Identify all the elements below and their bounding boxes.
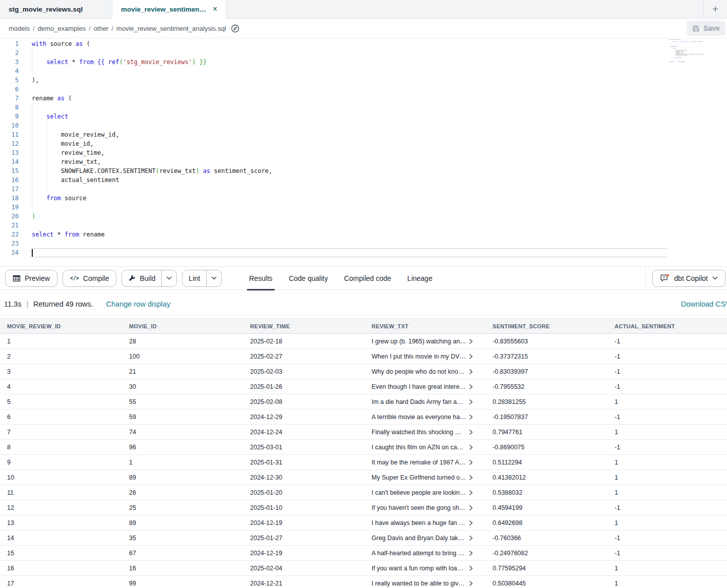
cell-review-time: 2024-12-29 (243, 414, 365, 421)
code-token: from (46, 195, 61, 202)
expand-row-icon[interactable] (469, 520, 473, 526)
dbt-ide-window: stg_movie_reviews.sqlmovie_review_sentim… (0, 0, 727, 588)
cell-movie-review-id: 4 (0, 383, 122, 390)
cell-review-time: 2025-02-08 (243, 398, 365, 405)
editor-tab[interactable]: stg_movie_reviews.sql (0, 0, 112, 18)
review-text: I grew up (b. 1965) watching and lovin (372, 338, 466, 345)
table-row: 1282025-02-18I grew up (b. 1965) watchin… (0, 334, 727, 349)
review-text-wrap: I caught this film on AZN on cable. It s (372, 444, 486, 451)
code-line[interactable] (32, 185, 667, 194)
editor-tab-label: stg_movie_reviews.sql (9, 6, 83, 13)
code-area[interactable]: with source as ( select * from {{ ref('s… (32, 39, 667, 257)
expand-row-icon[interactable] (469, 338, 473, 344)
code-line[interactable] (32, 121, 667, 130)
cell-movie-review-id: 13 (0, 519, 122, 526)
code-line[interactable]: rename as ( (32, 94, 667, 103)
preview-button[interactable]: Preview (5, 270, 57, 287)
line-number: 21 (0, 221, 19, 230)
code-line[interactable] (32, 203, 667, 212)
code-line[interactable]: SNOWFLAKE.CORTEX.SENTIMENT(review_txt) a… (32, 166, 667, 175)
code-line[interactable]: movie_id, (32, 139, 667, 148)
tab-compiled-code[interactable]: Compiled code (336, 266, 399, 290)
docs-compass-icon[interactable] (231, 24, 239, 33)
save-button[interactable]: Save (687, 21, 725, 36)
editor-minimap[interactable]: with source as ( select * from {{ ref('s… (670, 39, 706, 65)
cell-review-time: 2025-02-04 (243, 565, 365, 572)
expand-row-icon[interactable] (469, 475, 473, 481)
cell-actual-sentiment: 1 (608, 580, 727, 587)
tab-lineage[interactable]: Lineage (399, 266, 441, 290)
code-line[interactable] (32, 103, 667, 112)
change-row-display-link[interactable]: Change row display (106, 300, 170, 308)
code-token: ( (65, 95, 72, 102)
cell-movie-review-id: 16 (0, 565, 122, 572)
build-button[interactable]: Build (122, 270, 161, 286)
cell-review-time: 2024-12-21 (243, 580, 365, 587)
indent-guide (46, 130, 47, 139)
indent-guide (32, 175, 32, 185)
minimap-token: as (705, 54, 706, 55)
lint-button[interactable]: Lint (183, 270, 206, 286)
expand-row-icon[interactable] (469, 565, 473, 571)
cell-movie-review-id: 1 (0, 338, 122, 345)
expand-row-icon[interactable] (469, 369, 473, 375)
build-dropdown-button[interactable] (161, 270, 176, 286)
expand-row-icon[interactable] (469, 535, 473, 541)
line-number: 5 (0, 76, 19, 85)
expand-row-icon[interactable] (469, 384, 473, 390)
code-line[interactable]: ) (32, 212, 667, 221)
code-line[interactable] (32, 239, 667, 248)
minimap-token: review_txt (696, 54, 704, 55)
tab-results[interactable]: Results (241, 266, 281, 290)
line-number: 19 (0, 203, 19, 212)
code-line[interactable]: actual_sentiment (32, 175, 667, 185)
expand-row-icon[interactable] (469, 550, 473, 556)
expand-row-icon[interactable] (469, 505, 473, 511)
code-line[interactable]: select * from rename (32, 230, 667, 239)
code-line[interactable]: ), (32, 76, 667, 85)
indent-guide (46, 185, 47, 194)
code-token: from (65, 231, 79, 238)
expand-row-icon[interactable] (469, 354, 473, 360)
close-tab-icon[interactable]: × (213, 5, 217, 13)
expand-row-icon[interactable] (469, 459, 473, 465)
code-line[interactable]: with source as ( (32, 39, 667, 48)
review-text-wrap: I have always been a huge fan of "Hom (372, 519, 486, 526)
code-token: rename (32, 95, 57, 102)
expand-row-icon[interactable] (469, 414, 473, 420)
code-token: as (76, 40, 83, 47)
code-line[interactable] (32, 67, 667, 76)
code-line[interactable] (32, 221, 667, 230)
code-line[interactable] (32, 85, 667, 94)
compile-button[interactable]: </> Compile (63, 270, 116, 287)
code-line[interactable]: review_txt, (32, 157, 667, 166)
code-line[interactable]: select * from {{ ref('stg_movie_reviews'… (32, 57, 667, 67)
line-number-gutter: 123456789101112131415161718192021222324 (0, 39, 19, 257)
text-cursor (32, 249, 33, 257)
code-line[interactable]: select (32, 112, 667, 121)
line-number: 3 (0, 57, 19, 67)
editor-tab[interactable]: movie_review_sentiment_…× (112, 0, 226, 19)
expand-row-icon[interactable] (469, 580, 473, 586)
code-line[interactable]: from source (32, 194, 667, 203)
code-line[interactable]: review_time, (32, 148, 667, 157)
download-csv-link[interactable]: Download CSV (681, 300, 727, 308)
line-number: 8 (0, 103, 19, 112)
code-editor[interactable]: 123456789101112131415161718192021222324 … (0, 38, 727, 266)
code-line[interactable] (32, 48, 667, 57)
expand-row-icon[interactable] (469, 399, 473, 405)
code-line[interactable]: movie_review_id, (32, 130, 667, 139)
table-row: 10892024-12-30My Super Ex Girlfriend tur… (0, 470, 727, 485)
expand-row-icon[interactable] (469, 490, 473, 496)
lint-dropdown-button[interactable] (206, 270, 221, 286)
cell-review-txt: If you want a fun romp with loads of s (365, 565, 486, 572)
new-tab-button[interactable]: + (703, 0, 727, 18)
cell-movie-id: 26 (122, 489, 243, 496)
expand-row-icon[interactable] (469, 429, 473, 435)
code-line[interactable] (32, 248, 667, 257)
expand-row-icon[interactable] (469, 444, 473, 450)
dbt-copilot-button[interactable]: dbt Copilot (652, 270, 725, 287)
cell-review-txt: A half-hearted attempt to bring Elvis P (365, 550, 486, 557)
minimap-token: actual_sentiment (670, 55, 688, 56)
tab-code-quality[interactable]: Code quality (281, 266, 336, 290)
